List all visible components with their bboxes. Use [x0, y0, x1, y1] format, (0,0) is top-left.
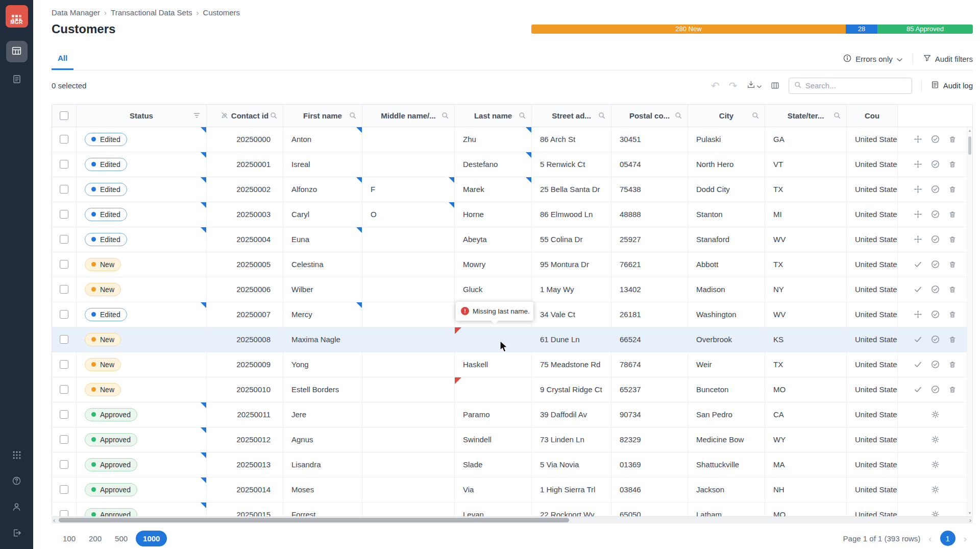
row-checkbox[interactable]: [60, 510, 68, 517]
horizontal-scrollbar[interactable]: ‹ ›: [52, 517, 973, 523]
processing-icon[interactable]: [931, 460, 940, 469]
select-all-checkbox[interactable]: [60, 111, 68, 120]
audit-filters-button[interactable]: Audit filters: [923, 54, 973, 63]
sidebar-item-data-sets[interactable]: [6, 41, 28, 62]
table-row[interactable]: Approved20250011JereParamo39 Daffodil Av…: [52, 402, 972, 427]
delete-icon[interactable]: [948, 235, 957, 244]
table-row[interactable]: Approved20250012AgnusSwindell73 Linden L…: [52, 427, 972, 452]
table-row[interactable]: Edited20250003CarylOHorne86 Elmwood Ln48…: [52, 202, 972, 227]
table-row[interactable]: Edited20250001IsrealDestefano5 Renwick C…: [52, 152, 972, 177]
vertical-scrollbar[interactable]: ▲ ▼: [967, 127, 972, 517]
help-icon[interactable]: [12, 476, 21, 488]
column-header-status[interactable]: Status: [77, 105, 207, 127]
table-row[interactable]: New20250009YongHaskell75 Meadstone Rd786…: [52, 352, 972, 377]
sidebar-item-records[interactable]: [6, 69, 28, 91]
table-row[interactable]: Edited20250002AlfonzoFMarek25 Bella Sant…: [52, 177, 972, 202]
row-checkbox[interactable]: [60, 260, 68, 269]
table-row[interactable]: Approved20250014MosesVia1 High Sierra Tr…: [52, 478, 972, 503]
row-checkbox[interactable]: [60, 210, 68, 219]
table-row[interactable]: Approved20250013LisandraSlade5 Via Novia…: [52, 452, 972, 478]
row-checkbox[interactable]: [60, 310, 68, 319]
breadcrumb-item-customers[interactable]: Customers: [203, 8, 240, 17]
approve-all-icon[interactable]: [931, 385, 940, 394]
table-row[interactable]: New20250010Estell Borders9 Crystal Ridge…: [52, 377, 972, 402]
breadcrumb-item-data-manager[interactable]: Data Manager: [52, 8, 100, 17]
next-page-icon[interactable]: ›: [964, 534, 967, 543]
hscroll-thumb[interactable]: [59, 518, 569, 522]
row-checkbox[interactable]: [60, 410, 68, 419]
search-box[interactable]: [789, 78, 912, 94]
column-header-middle[interactable]: Middle name/...: [362, 105, 455, 127]
delete-icon[interactable]: [948, 285, 957, 294]
filter-icon[interactable]: [193, 112, 201, 120]
tab-all[interactable]: All: [52, 48, 74, 70]
page-size-500[interactable]: 500: [110, 531, 133, 546]
column-header-country[interactable]: Cou: [847, 105, 898, 127]
page-size-1000[interactable]: 1000: [136, 531, 167, 546]
export-button[interactable]: [747, 80, 762, 91]
approve-all-icon[interactable]: [931, 210, 940, 219]
row-checkbox[interactable]: [60, 235, 68, 244]
row-checkbox[interactable]: [60, 360, 68, 369]
page-size-100[interactable]: 100: [58, 531, 81, 546]
approve-all-icon[interactable]: [931, 285, 940, 294]
delete-icon[interactable]: [948, 336, 957, 344]
processing-icon[interactable]: [931, 435, 940, 444]
row-checkbox[interactable]: [60, 335, 68, 344]
prev-page-icon[interactable]: ‹: [928, 534, 932, 543]
approve-icon[interactable]: [914, 335, 922, 344]
approve-all-icon[interactable]: [931, 360, 940, 369]
row-checkbox[interactable]: [60, 460, 68, 469]
errors-only-toggle[interactable]: Errors only: [843, 54, 902, 64]
row-checkbox[interactable]: [60, 160, 68, 169]
column-header-street[interactable]: Street ad...: [532, 105, 611, 127]
delete-icon[interactable]: [948, 386, 957, 394]
search-icon[interactable]: [270, 112, 277, 119]
row-checkbox[interactable]: [60, 135, 68, 144]
vscroll-thumb[interactable]: [968, 136, 971, 155]
column-header-state[interactable]: State/ter...: [765, 105, 847, 127]
scroll-left-icon[interactable]: ‹: [53, 517, 55, 523]
approve-icon[interactable]: [914, 360, 922, 369]
delete-icon[interactable]: [948, 185, 957, 194]
row-checkbox[interactable]: [60, 485, 68, 494]
search-icon[interactable]: [675, 112, 682, 119]
breadcrumb-item-transactional-data-sets[interactable]: Transactional Data Sets: [111, 8, 192, 17]
redo-icon[interactable]: ↷: [729, 81, 738, 91]
apps-grid-icon[interactable]: [12, 450, 21, 462]
search-icon[interactable]: [752, 112, 759, 119]
approve-all-icon[interactable]: [931, 235, 940, 244]
columns-icon[interactable]: [771, 81, 779, 90]
row-checkbox[interactable]: [60, 185, 68, 194]
approve-icon[interactable]: [914, 385, 922, 394]
column-header-first[interactable]: First name: [283, 105, 362, 127]
approve-all-icon[interactable]: [931, 335, 940, 344]
search-icon[interactable]: [349, 112, 356, 119]
table-row[interactable]: Edited20250000AntonZhu86 Arch St30451Pul…: [52, 127, 972, 152]
user-icon[interactable]: [12, 502, 21, 514]
delete-icon[interactable]: [948, 361, 957, 369]
approve-all-icon[interactable]: [931, 160, 940, 169]
search-icon[interactable]: [834, 112, 841, 119]
app-logo[interactable]: MGR: [6, 5, 28, 28]
table-row[interactable]: New20250006WilberGluck1 May Wy13402Madis…: [52, 277, 972, 302]
search-icon[interactable]: [598, 112, 605, 119]
row-checkbox[interactable]: [60, 285, 68, 294]
delete-icon[interactable]: [948, 311, 957, 319]
table-row[interactable]: New20250008Maxima Nagle61 Dune Ln66524Ov…: [52, 327, 972, 352]
table-row[interactable]: Approved20250015ForrestLevan22 Rockport …: [52, 503, 972, 517]
processing-icon[interactable]: [931, 485, 940, 494]
column-header-last[interactable]: Last name: [455, 105, 532, 127]
table-row[interactable]: Edited20250004EunaAbeyta55 Colina Dr2592…: [52, 227, 972, 252]
column-header-postal[interactable]: Postal co...: [611, 105, 688, 127]
row-checkbox[interactable]: [60, 435, 68, 444]
approve-icon[interactable]: [914, 285, 922, 294]
delete-icon[interactable]: [948, 160, 957, 169]
review-changes-icon[interactable]: [914, 185, 922, 194]
approve-icon[interactable]: [914, 260, 922, 269]
approve-all-icon[interactable]: [931, 310, 940, 319]
page-size-200[interactable]: 200: [84, 531, 107, 546]
approve-all-icon[interactable]: [931, 185, 940, 194]
approve-all-icon[interactable]: [931, 260, 940, 269]
review-changes-icon[interactable]: [914, 210, 922, 219]
